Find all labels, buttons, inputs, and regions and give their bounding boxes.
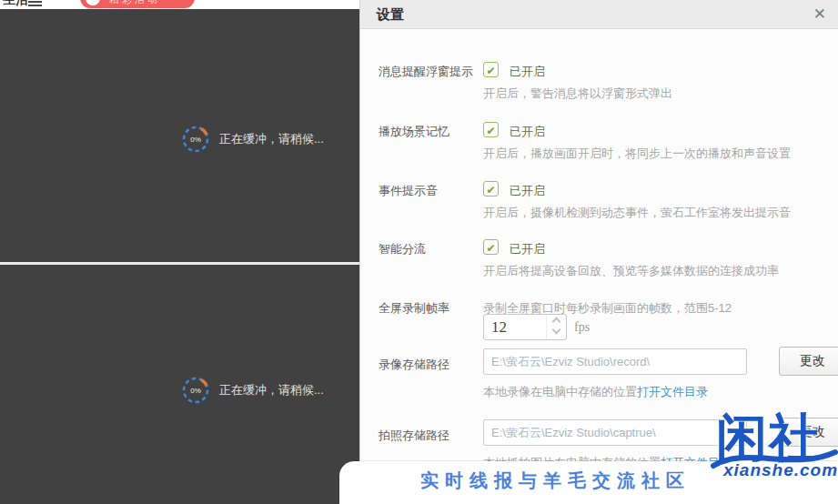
setting-label: 消息提醒浮窗提示 [379, 64, 473, 80]
setting-label: 播放场景记忆 [379, 124, 449, 140]
menu-icon[interactable] [28, 1, 42, 8]
description-text: 本地录像在电脑中存储的位置 [483, 385, 637, 398]
change-capture-path-button[interactable]: 更改 [779, 418, 838, 447]
checkbox[interactable]: ✔ [483, 62, 499, 77]
panel-divider [0, 262, 359, 265]
checkbox[interactable]: ✔ [483, 181, 499, 197]
loading-spinner-icon: 0% [180, 375, 211, 406]
checkbox[interactable]: ✔ [483, 239, 499, 255]
buffer-text: 正在缓冲，请稍候... [219, 382, 324, 398]
fps-input[interactable] [484, 315, 544, 339]
settings-row-record-fps: 全屏录制帧率 录制全屏窗口时每秒录制画面的帧数，范围5-12 fps [379, 298, 833, 353]
settings-row-float-alert: 消息提醒浮窗提示 ✔ 已开启 开启后，警告消息将以浮窗形式弹出 [379, 62, 833, 116]
check-icon: ✔ [486, 65, 495, 77]
check-icon: ✔ [486, 242, 495, 255]
dialog-title: 设置 [377, 6, 404, 24]
buffering-indicator-2: 0% 正在缓冲，请稍候... [180, 375, 324, 406]
stepper-arrows[interactable] [546, 315, 566, 339]
checkbox[interactable]: ✔ [483, 122, 499, 137]
buffering-indicator-1: 0% 正在缓冲，请稍候... [180, 124, 324, 155]
capture-path-input[interactable] [483, 419, 747, 446]
promo-dot-icon [86, 0, 100, 5]
check-icon: ✔ [486, 125, 495, 137]
setting-description: 开启后将提高设备回放、预览等多媒体数据的连接成功率 [483, 263, 779, 279]
video-grid: 0% 正在缓冲，请稍候... 0% 正在缓冲，请稍候... [0, 9, 359, 504]
setting-description: 开启后，播放画面开启时，将同步上一次的播放和声音设置 [483, 146, 791, 162]
record-path-input[interactable] [483, 348, 747, 375]
settings-row-record-path: 录像存储路径 更改 本地录像在电脑中存储的位置打开文件目录 [379, 348, 833, 403]
settings-dialog: 设置 ✕ 消息提醒浮窗提示 ✔ 已开启 开启后，警告消息将以浮窗形式弹出 播放场… [359, 0, 838, 504]
settings-row-scene-memory: 播放场景记忆 ✔ 已开启 开启后，播放画面开启时，将同步上一次的播放和声音设置 [379, 122, 833, 176]
promo-label: 精彩活动 [109, 0, 160, 6]
setting-description: 开启后，警告消息将以浮窗形式弹出 [483, 86, 672, 102]
change-record-path-button[interactable]: 更改 [779, 347, 838, 376]
fps-stepper [483, 314, 567, 340]
setting-label: 智能分流 [379, 241, 426, 257]
buffer-percent: 0% [180, 387, 211, 395]
settings-row-event-sound: 事件提示音 ✔ 已开启 开启后，摄像机检测到动态事件，萤石工作室将发出提示音 [379, 181, 833, 236]
tab-life[interactable]: 生活 [3, 0, 28, 8]
setting-description: 本地录像在电脑中存储的位置打开文件目录 [483, 384, 708, 400]
promo-banner-button[interactable]: 精彩活动 [80, 0, 195, 8]
setting-label: 全屏录制帧率 [379, 300, 449, 317]
checkbox-state: 已开启 [510, 241, 545, 257]
checkbox-state: 已开启 [510, 183, 545, 199]
top-bar: 生活 精彩活动 [0, 0, 359, 9]
app-window: 生活 精彩活动 0% 正在缓冲，请稍候... [0, 0, 838, 504]
buffer-text: 正在缓冲，请稍候... [219, 131, 324, 147]
chevron-down-icon[interactable] [552, 326, 561, 335]
close-icon[interactable]: ✕ [813, 5, 826, 24]
open-folder-link[interactable]: 打开文件目录 [637, 385, 708, 398]
fps-unit-label: fps [574, 320, 590, 335]
settings-header: 设置 ✕ [360, 0, 838, 29]
bottom-toast [339, 461, 838, 504]
checkbox-state: 已开启 [510, 64, 545, 80]
setting-label: 事件提示音 [379, 183, 438, 199]
buffer-percent: 0% [180, 136, 211, 144]
check-icon: ✔ [486, 184, 495, 197]
checkbox-state: 已开启 [510, 124, 545, 140]
loading-spinner-icon: 0% [180, 124, 211, 155]
setting-label: 拍照存储路径 [379, 428, 449, 444]
setting-label: 录像存储路径 [379, 357, 449, 373]
settings-row-smart-stream: 智能分流 ✔ 已开启 开启后将提高设备回放、预览等多媒体数据的连接成功率 [379, 239, 833, 294]
setting-description: 开启后，摄像机检测到动态事件，萤石工作室将发出提示音 [483, 205, 791, 221]
